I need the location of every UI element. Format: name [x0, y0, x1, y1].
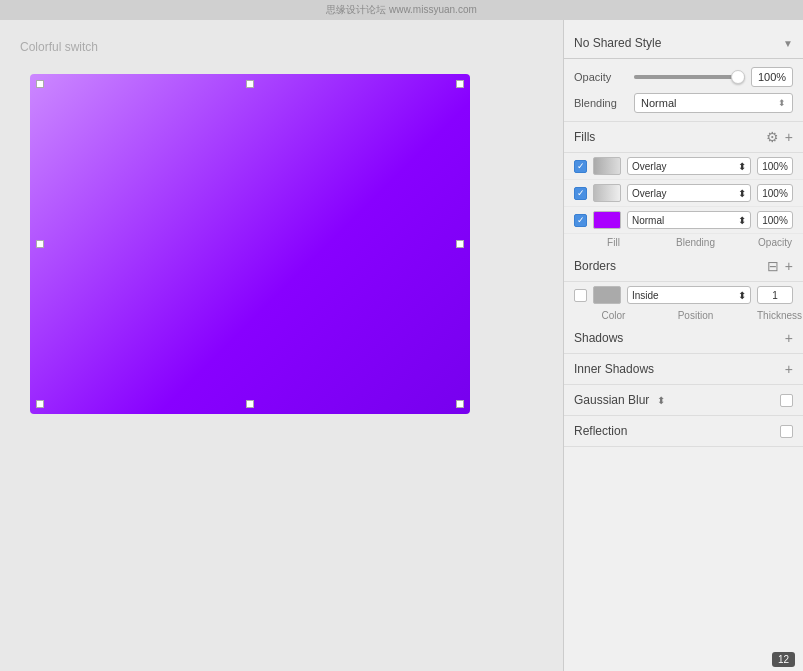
border-position-value: Inside — [632, 290, 659, 301]
border-position-arrow: ⬍ — [738, 290, 746, 301]
inner-shadows-section-header[interactable]: Inner Shadows + — [564, 354, 803, 385]
borders-trash-icon[interactable]: ⊟ — [767, 259, 779, 273]
borders-icons: ⊟ + — [767, 259, 793, 273]
fill-blend-select-2[interactable]: Overlay ⬍ — [627, 184, 751, 202]
fill-blend-value-3: Normal — [632, 215, 664, 226]
border-column-labels: Color Position Thickness — [564, 308, 803, 323]
inner-shadows-plus-icon[interactable]: + — [785, 362, 793, 376]
reflection-label: Reflection — [574, 424, 627, 438]
fill-opacity-2[interactable]: 100% — [757, 184, 793, 202]
col-label-fill: Fill — [593, 237, 634, 248]
page-number: 12 — [772, 652, 795, 667]
handle-tm[interactable] — [246, 80, 254, 88]
fill-checkbox-1[interactable] — [574, 160, 587, 173]
handle-tl[interactable] — [36, 80, 44, 88]
fill-blend-select-3[interactable]: Normal ⬍ — [627, 211, 751, 229]
opacity-value[interactable]: 100% — [751, 67, 793, 87]
fill-blend-select-1[interactable]: Overlay ⬍ — [627, 157, 751, 175]
shadows-icons: + — [785, 331, 793, 345]
opacity-section: Opacity 100% Blending Normal ⬍ — [564, 59, 803, 122]
col-label-thickness: Thickness — [757, 310, 793, 321]
col-label-opacity: Opacity — [757, 237, 793, 248]
watermark-text: 思缘设计论坛 www.missyuan.com — [326, 3, 477, 17]
fill-row-2: Overlay ⬍ 100% — [564, 180, 803, 207]
border-position-select[interactable]: Inside ⬍ — [627, 286, 751, 304]
handle-bm[interactable] — [246, 400, 254, 408]
right-panel: No Shared Style ▼ Opacity 100% Blending … — [563, 20, 803, 671]
fill-checkbox-3[interactable] — [574, 214, 587, 227]
fills-icons: ⚙ + — [766, 130, 793, 144]
col-label-blending: Blending — [640, 237, 751, 248]
inner-shadows-icons: + — [785, 362, 793, 376]
fill-opacity-3[interactable]: 100% — [757, 211, 793, 229]
fill-swatch-1[interactable] — [593, 157, 621, 175]
handle-tr[interactable] — [456, 80, 464, 88]
borders-plus-icon[interactable]: + — [785, 259, 793, 273]
inner-shadows-title: Inner Shadows — [574, 362, 654, 376]
col-label-color: Color — [593, 310, 634, 321]
panel-header[interactable]: No Shared Style ▼ — [564, 28, 803, 59]
fill-swatch-3[interactable] — [593, 211, 621, 229]
gaussian-blur-row: Gaussian Blur ⬍ — [564, 385, 803, 416]
reflection-row: Reflection — [564, 416, 803, 447]
canvas-label: Colorful switch — [20, 40, 543, 54]
handle-br[interactable] — [456, 400, 464, 408]
opacity-row: Opacity 100% — [574, 67, 793, 87]
border-thickness[interactable]: 1 — [757, 286, 793, 304]
fill-blend-value-2: Overlay — [632, 188, 666, 199]
fills-section-header[interactable]: Fills ⚙ + — [564, 122, 803, 153]
blending-row: Blending Normal ⬍ — [574, 93, 793, 113]
shadows-title: Shadows — [574, 331, 623, 345]
border-row-1: Inside ⬍ 1 — [564, 282, 803, 308]
fill-swatch-2[interactable] — [593, 184, 621, 202]
fill-blend-value-1: Overlay — [632, 161, 666, 172]
fill-blend-arrow-1: ⬍ — [738, 161, 746, 172]
col-label-position: Position — [640, 310, 751, 321]
fill-blend-arrow-2: ⬍ — [738, 188, 746, 199]
canvas-area: Colorful switch — [0, 20, 563, 671]
opacity-slider[interactable] — [634, 70, 745, 84]
blending-arrow: ⬍ — [778, 98, 786, 108]
canvas-shape[interactable] — [30, 74, 470, 414]
handle-mr[interactable] — [456, 240, 464, 248]
border-swatch-1[interactable] — [593, 286, 621, 304]
blending-value: Normal — [641, 97, 676, 109]
gaussian-blur-checkbox[interactable] — [780, 394, 793, 407]
fills-column-labels: Fill Blending Opacity — [564, 234, 803, 251]
gaussian-blur-label: Gaussian Blur ⬍ — [574, 393, 665, 407]
fill-blend-arrow-3: ⬍ — [738, 215, 746, 226]
shared-style-arrow[interactable]: ▼ — [783, 38, 793, 49]
shared-style-title: No Shared Style — [574, 36, 661, 50]
border-checkbox-1[interactable] — [574, 289, 587, 302]
opacity-label: Opacity — [574, 71, 634, 83]
fills-plus-icon[interactable]: + — [785, 130, 793, 144]
handle-bl[interactable] — [36, 400, 44, 408]
gaussian-blur-stepper[interactable]: ⬍ — [657, 395, 665, 406]
fill-row-1: Overlay ⬍ 100% — [564, 153, 803, 180]
fill-row-3: Normal ⬍ 100% — [564, 207, 803, 234]
gaussian-blur-text: Gaussian Blur — [574, 393, 649, 407]
fill-checkbox-2[interactable] — [574, 187, 587, 200]
borders-section-header[interactable]: Borders ⊟ + — [564, 251, 803, 282]
fills-gear-icon[interactable]: ⚙ — [766, 130, 779, 144]
fill-opacity-1[interactable]: 100% — [757, 157, 793, 175]
blending-select[interactable]: Normal ⬍ — [634, 93, 793, 113]
shadows-section-header[interactable]: Shadows + — [564, 323, 803, 354]
borders-title: Borders — [574, 259, 616, 273]
fills-title: Fills — [574, 130, 595, 144]
handle-ml[interactable] — [36, 240, 44, 248]
blending-label: Blending — [574, 97, 634, 109]
canvas-content — [20, 64, 470, 424]
reflection-checkbox[interactable] — [780, 425, 793, 438]
reflection-text: Reflection — [574, 424, 627, 438]
shadows-plus-icon[interactable]: + — [785, 331, 793, 345]
